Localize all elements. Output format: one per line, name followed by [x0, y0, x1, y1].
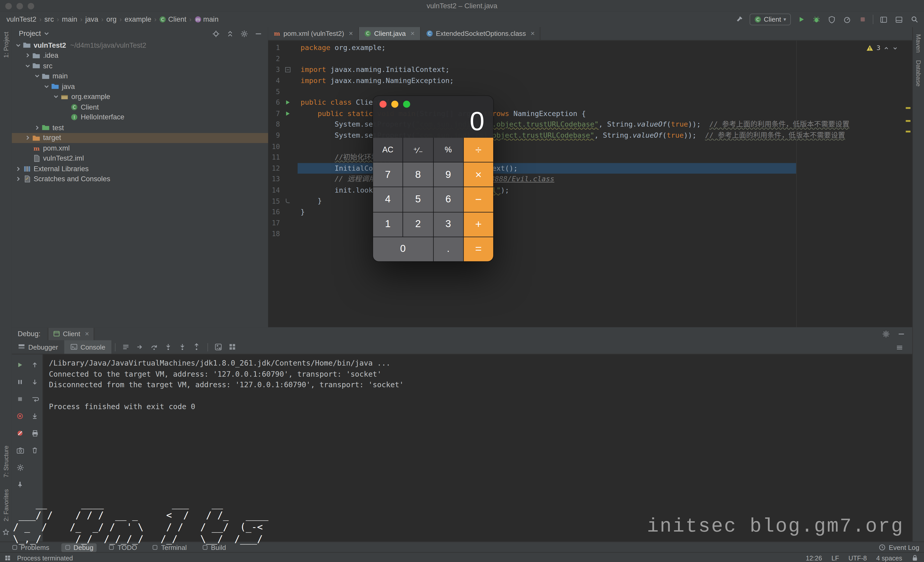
- next-problem-button[interactable]: [892, 45, 898, 51]
- line-number[interactable]: 4: [268, 76, 280, 85]
- tool-button-project[interactable]: 1: Project: [2, 32, 9, 58]
- error-stripe[interactable]: [906, 40, 910, 327]
- stop-button[interactable]: [857, 15, 867, 24]
- restore-layout-button[interactable]: [226, 341, 238, 353]
- gutter-line-14[interactable]: 14: [268, 185, 298, 196]
- chevron-right-icon[interactable]: [24, 135, 31, 141]
- calc-key-4[interactable]: 4: [373, 187, 403, 212]
- scroll-end-button[interactable]: [29, 410, 41, 422]
- tree-item-test[interactable]: test: [12, 123, 268, 133]
- chevron-down-icon[interactable]: [24, 63, 31, 69]
- show-exec-button[interactable]: [134, 341, 146, 353]
- gutter-line-10[interactable]: 10: [268, 141, 298, 152]
- calc-key-plus-minus[interactable]: ⁺⁄₋: [403, 138, 433, 162]
- step-out-button[interactable]: [191, 341, 202, 353]
- layout-button[interactable]: [879, 15, 889, 24]
- gutter-line-16[interactable]: 16: [268, 206, 298, 217]
- step-into-button[interactable]: [163, 341, 174, 353]
- tree-item-idea[interactable]: .idea: [12, 50, 268, 61]
- collapse-all-button[interactable]: [226, 30, 234, 37]
- calc-key-6[interactable]: 6: [434, 187, 463, 212]
- run-button[interactable]: [796, 15, 806, 24]
- editor-gutter[interactable]: 123456789101112131415161718: [268, 42, 298, 239]
- console-menu-button[interactable]: [893, 341, 905, 353]
- gutter-line-12[interactable]: 12: [268, 163, 298, 173]
- line-number[interactable]: 11: [268, 153, 280, 161]
- close-window-button[interactable]: [5, 3, 12, 9]
- calc-key-3[interactable]: 3: [434, 212, 463, 236]
- debug-tab-debugger[interactable]: Debugger: [12, 340, 64, 354]
- tree-item-client[interactable]: CClient: [12, 102, 268, 112]
- encoding-indicator[interactable]: UTF-8: [848, 554, 867, 561]
- chevron-right-icon[interactable]: [24, 52, 31, 58]
- breadcrumb-item-java[interactable]: java: [85, 15, 99, 24]
- event-log-button[interactable]: Event Log: [879, 544, 920, 551]
- tree-item-hellointerface[interactable]: IHelloInterface: [12, 112, 268, 123]
- star-icon[interactable]: [2, 529, 9, 535]
- code-line-2[interactable]: [298, 53, 906, 64]
- chevron-down-icon[interactable]: [44, 31, 50, 37]
- calculator-window[interactable]: 0 AC⁺⁄₋%÷789×456−123+0.=: [373, 96, 493, 262]
- indent-indicator[interactable]: 4 spaces: [876, 554, 902, 561]
- line-number[interactable]: 8: [268, 120, 280, 129]
- lock-icon[interactable]: [912, 554, 918, 561]
- chevron-down-icon[interactable]: [33, 73, 41, 79]
- pause-button[interactable]: [14, 376, 26, 388]
- pin-button[interactable]: [14, 478, 26, 490]
- hide-panel-button[interactable]: [255, 30, 262, 37]
- gutter-line-2[interactable]: 2: [268, 53, 298, 64]
- tree-item-vulntest2[interactable]: vulnTest2~/d4m1ts/java/vulnTest2: [12, 40, 268, 50]
- arrow-down-button[interactable]: [29, 376, 41, 388]
- calc-key-equals[interactable]: =: [464, 237, 493, 262]
- chevron-right-icon[interactable]: [14, 166, 22, 172]
- gutter-line-15[interactable]: 15: [268, 196, 298, 206]
- breadcrumb-item-src[interactable]: src: [44, 15, 54, 24]
- gutter-line-7[interactable]: 7: [268, 108, 298, 119]
- view-breakpoints-button[interactable]: [14, 410, 26, 422]
- line-number[interactable]: 14: [268, 186, 280, 194]
- arrow-up-button[interactable]: [29, 359, 41, 371]
- line-number[interactable]: 7: [268, 109, 280, 118]
- gutter-line-13[interactable]: 13: [268, 174, 298, 185]
- build-button[interactable]: [734, 15, 744, 24]
- run-with-coverage-button[interactable]: [827, 15, 837, 24]
- project-panel-title[interactable]: Project: [19, 29, 41, 37]
- prev-problem-button[interactable]: [884, 45, 890, 51]
- evaluate-button[interactable]: [213, 341, 225, 353]
- gutter-line-6[interactable]: 6: [268, 97, 298, 108]
- line-number[interactable]: 1: [268, 44, 280, 52]
- gutter-line-4[interactable]: 4: [268, 75, 298, 86]
- minimize-window-button[interactable]: [16, 3, 23, 9]
- run-play-sm-icon[interactable]: [280, 111, 295, 117]
- force-step-into-button[interactable]: [177, 341, 188, 353]
- line-separator-indicator[interactable]: LF: [831, 554, 839, 561]
- calc-key-decimal[interactable]: .: [434, 237, 463, 262]
- project-settings-button[interactable]: [240, 30, 248, 37]
- fold-end-icon[interactable]: [280, 199, 295, 204]
- play-button[interactable]: [14, 359, 26, 371]
- menu-button[interactable]: [120, 341, 132, 353]
- tool-button-maven[interactable]: Maven: [915, 34, 922, 52]
- camera-button[interactable]: [14, 444, 26, 456]
- editor-tab-client-java[interactable]: CClient.java×: [359, 27, 420, 40]
- calc-key-subtract[interactable]: −: [464, 187, 493, 212]
- line-number[interactable]: 15: [268, 197, 280, 205]
- step-over-button[interactable]: [148, 341, 160, 353]
- close-tab-icon[interactable]: ×: [410, 29, 414, 37]
- tree-item-vulntest2-iml[interactable]: vulnTest2.iml: [12, 153, 268, 164]
- profiler-button[interactable]: [842, 15, 852, 24]
- code-line-5[interactable]: [298, 86, 906, 97]
- line-number[interactable]: 3: [268, 66, 280, 74]
- search-everywhere-button[interactable]: [909, 15, 920, 24]
- layout-bottom-button[interactable]: [894, 15, 904, 24]
- chevron-down-icon[interactable]: [42, 84, 50, 90]
- calc-key-add[interactable]: +: [464, 212, 493, 236]
- gutter-line-1[interactable]: 1: [268, 42, 298, 53]
- tool-window-switcher-icon[interactable]: [4, 554, 11, 561]
- run-play-sm-icon[interactable]: [280, 100, 295, 105]
- gutter-line-17[interactable]: 17: [268, 218, 298, 229]
- chevron-right-icon[interactable]: [33, 124, 41, 130]
- calc-key-7[interactable]: 7: [373, 163, 403, 187]
- soft-wrap-button[interactable]: [29, 393, 41, 405]
- mute-breakpoints-button[interactable]: [14, 427, 26, 439]
